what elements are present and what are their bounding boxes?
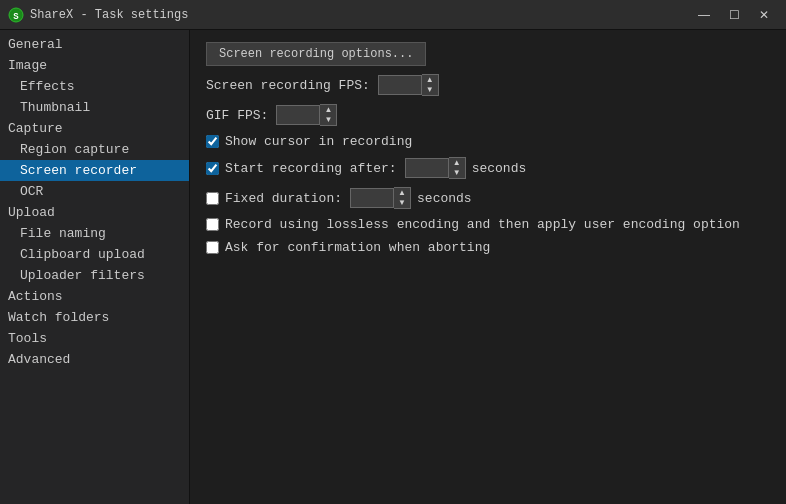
fixed-duration-up[interactable]: ▲ [394,188,410,198]
fixed-duration-label: Fixed duration: [225,191,342,206]
start-recording-label: Start recording after: [225,161,397,176]
minimize-button[interactable]: — [690,5,718,25]
gif-fps-row: GIF FPS: 15 ▲ ▼ [206,104,770,126]
sidebar-item-uploader-filters[interactable]: Uploader filters [0,265,189,286]
ask-confirm-label: Ask for confirmation when aborting [225,240,490,255]
sidebar-item-ocr[interactable]: OCR [0,181,189,202]
start-recording-spinbox: 0.0 ▲ ▼ [405,157,466,179]
sharex-icon: S [8,7,24,23]
fixed-duration-row: Fixed duration: 3.0 ▲ ▼ seconds [206,187,770,209]
fixed-duration-spinbox: 3.0 ▲ ▼ [350,187,411,209]
ask-confirm-checkbox[interactable] [206,241,219,254]
sidebar-item-advanced[interactable]: Advanced [0,349,189,370]
screen-fps-label: Screen recording FPS: [206,78,370,93]
gif-fps-arrows: ▲ ▼ [320,104,337,126]
fixed-duration-arrows: ▲ ▼ [394,187,411,209]
show-cursor-label: Show cursor in recording [225,134,412,149]
start-recording-unit: seconds [472,161,527,176]
screen-fps-arrows: ▲ ▼ [422,74,439,96]
show-cursor-checkbox[interactable] [206,135,219,148]
window-title: ShareX - Task settings [30,8,690,22]
fixed-duration-unit: seconds [417,191,472,206]
screen-recording-options-button[interactable]: Screen recording options... [206,42,426,66]
title-bar: S ShareX - Task settings — ☐ ✕ [0,0,786,30]
start-recording-arrows: ▲ ▼ [449,157,466,179]
close-button[interactable]: ✕ [750,5,778,25]
lossless-row: Record using lossless encoding and then … [206,217,770,232]
content-area: Screen recording options... Screen recor… [190,30,786,504]
sidebar-item-general[interactable]: General [0,34,189,55]
screen-fps-row: Screen recording FPS: 30 ▲ ▼ [206,74,770,96]
sidebar-item-file-naming[interactable]: File naming [0,223,189,244]
gif-fps-up[interactable]: ▲ [320,105,336,115]
screen-fps-spinbox: 30 ▲ ▼ [378,74,439,96]
screen-fps-input[interactable]: 30 [378,75,422,95]
start-recording-checkbox[interactable] [206,162,219,175]
ask-confirm-row: Ask for confirmation when aborting [206,240,770,255]
sidebar-item-capture[interactable]: Capture [0,118,189,139]
start-recording-row: Start recording after: 0.0 ▲ ▼ seconds [206,157,770,179]
gif-fps-input[interactable]: 15 [276,105,320,125]
sidebar-item-region-capture[interactable]: Region capture [0,139,189,160]
window-controls: — ☐ ✕ [690,5,778,25]
fixed-duration-input[interactable]: 3.0 [350,188,394,208]
sidebar-item-effects[interactable]: Effects [0,76,189,97]
sidebar-item-screen-recorder[interactable]: Screen recorder [0,160,189,181]
screen-fps-down[interactable]: ▼ [422,85,438,95]
sidebar: GeneralImageEffectsThumbnailCaptureRegio… [0,30,190,504]
sidebar-item-clipboard-upload[interactable]: Clipboard upload [0,244,189,265]
sidebar-item-tools[interactable]: Tools [0,328,189,349]
fixed-duration-down[interactable]: ▼ [394,198,410,208]
screen-fps-up[interactable]: ▲ [422,75,438,85]
main-layout: GeneralImageEffectsThumbnailCaptureRegio… [0,30,786,504]
gif-fps-down[interactable]: ▼ [320,115,336,125]
sidebar-item-image[interactable]: Image [0,55,189,76]
gif-fps-spinbox: 15 ▲ ▼ [276,104,337,126]
start-recording-input[interactable]: 0.0 [405,158,449,178]
fixed-duration-checkbox[interactable] [206,192,219,205]
sidebar-item-actions[interactable]: Actions [0,286,189,307]
sidebar-item-watch-folders[interactable]: Watch folders [0,307,189,328]
sidebar-item-upload[interactable]: Upload [0,202,189,223]
start-recording-down[interactable]: ▼ [449,168,465,178]
svg-text:S: S [13,12,19,22]
gif-fps-label: GIF FPS: [206,108,268,123]
start-recording-up[interactable]: ▲ [449,158,465,168]
sidebar-item-thumbnail[interactable]: Thumbnail [0,97,189,118]
lossless-checkbox[interactable] [206,218,219,231]
show-cursor-row: Show cursor in recording [206,134,770,149]
maximize-button[interactable]: ☐ [720,5,748,25]
lossless-label: Record using lossless encoding and then … [225,217,740,232]
